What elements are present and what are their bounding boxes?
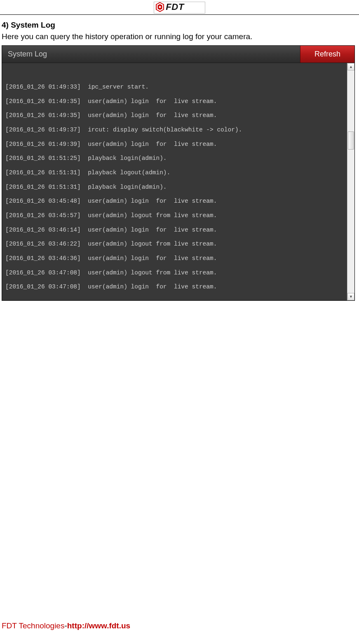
scrollbar[interactable]: ▲ ▼ xyxy=(347,63,354,300)
log-line: [2016_01_26 01:49:37] ircut: display swi… xyxy=(5,126,344,133)
log-header: System Log Refresh xyxy=(2,46,354,63)
refresh-button[interactable]: Refresh xyxy=(300,46,354,63)
logo-container: FDT xyxy=(154,2,205,14)
log-line: [2016_01_26 01:49:35] user(admin) login … xyxy=(5,112,344,119)
log-line: [2016_01_26 03:45:48] user(admin) login … xyxy=(5,198,344,205)
log-line: [2016_01_26 03:45:57] user(admin) logout… xyxy=(5,212,344,219)
scroll-down-icon[interactable]: ▼ xyxy=(347,293,354,300)
log-line: [2016_01_26 03:46:36] user(admin) login … xyxy=(5,255,344,262)
log-title: System Log xyxy=(2,46,300,63)
log-line: [2016_01_26 03:47:08] user(admin) logout… xyxy=(5,269,344,276)
log-line: [2016_01_26 01:49:33] ipc_server start. xyxy=(5,84,344,91)
log-line: [2016_01_26 01:51:31] playback login(adm… xyxy=(5,184,344,191)
log-line: [2016_01_26 01:49:39] user(admin) login … xyxy=(5,141,344,148)
scroll-up-icon[interactable]: ▲ xyxy=(347,63,354,70)
log-line: [2016_01_26 03:47:08] user(admin) login … xyxy=(5,283,344,290)
scroll-track[interactable] xyxy=(347,70,354,293)
content: 4) System Log Here you can query the his… xyxy=(0,15,359,301)
log-body: [2016_01_26 01:49:33] ipc_server start.[… xyxy=(2,63,347,300)
scroll-thumb[interactable] xyxy=(348,131,354,150)
log-line: [2016_01_26 01:51:25] playback login(adm… xyxy=(5,155,344,162)
logo: FDT xyxy=(155,2,184,12)
section-heading: 4) System Log xyxy=(2,21,357,30)
log-line: [2016_01_26 03:46:14] user(admin) login … xyxy=(5,227,344,234)
svg-point-2 xyxy=(159,6,161,8)
log-body-wrap: [2016_01_26 01:49:33] ipc_server start.[… xyxy=(2,63,354,300)
system-log-panel: System Log Refresh [2016_01_26 01:49:33]… xyxy=(2,45,355,301)
log-line: [2016_01_26 01:49:35] user(admin) login … xyxy=(5,98,344,105)
fdt-logo-icon xyxy=(155,2,165,12)
logo-text: FDT xyxy=(166,2,184,12)
log-line: [2016_01_26 01:51:31] playback logout(ad… xyxy=(5,169,344,176)
page-header: FDT xyxy=(0,0,359,15)
section-description: Here you can query the history operation… xyxy=(2,32,357,41)
log-line: [2016_01_26 03:46:22] user(admin) logout… xyxy=(5,241,344,248)
